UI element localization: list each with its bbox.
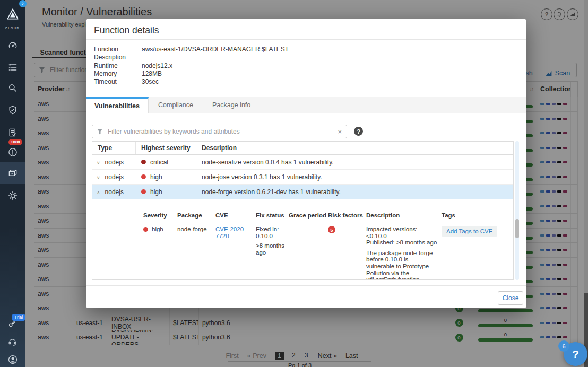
risk-factors-badge[interactable]: 5	[328, 226, 335, 233]
vuln-severity: high	[150, 188, 162, 196]
severity-column-header: Highest severity	[136, 142, 196, 154]
modal-title: Function details	[94, 25, 159, 36]
chevron-down-icon[interactable]: ∨	[97, 175, 100, 180]
exp-col-grace-period: Grace period	[289, 212, 324, 219]
tab-package-info[interactable]: Package info	[203, 97, 260, 113]
cve-expanded-panel: Severity high Package node-forge CVE CVE…	[92, 199, 513, 280]
detail-label: Function	[94, 46, 142, 53]
sidebar-item-monitor[interactable]	[0, 168, 25, 178]
detail-value: 128MB	[142, 71, 162, 77]
vuln-severity: high	[150, 173, 162, 181]
severity-dot	[141, 189, 146, 194]
gear-icon	[11, 194, 14, 198]
vulnerability-row[interactable]: ∨nodejscriticalnode-serialize version 0.…	[92, 155, 513, 170]
vuln-description: node-forge version 0.6.21-dev has 1 vuln…	[196, 188, 513, 196]
vuln-description: node-serialize version 0.0.4 has 1 vulne…	[196, 159, 513, 166]
function-details-list: Functionaws/us-east-1/DVSA-ORDER-MANAGER…	[94, 46, 289, 85]
clear-filter-icon[interactable]: ×	[333, 128, 347, 136]
chevron-up-icon[interactable]: ∧	[97, 190, 100, 195]
sidebar-item-user[interactable]	[0, 354, 25, 365]
trial-badge: Trial	[12, 314, 25, 321]
checklist-icon	[11, 65, 16, 70]
exp-col-cve: CVE	[215, 212, 252, 219]
exp-impacted-versions: Impacted versions: <0.10.0	[366, 226, 437, 239]
vuln-description: node-jose version 0.3.1 has 1 vulnerabil…	[196, 173, 513, 181]
detail-label: Timeout	[94, 78, 142, 85]
vulnerabilities-filter-input[interactable]	[107, 127, 333, 136]
detail-label: Runtime	[94, 63, 142, 69]
detail-value: aws/us-east-1/DVSA-ORDER-MANAGER:$LATEST	[142, 46, 289, 53]
exp-col-severity: Severity	[143, 212, 173, 219]
brand-label: CLOUD	[0, 27, 25, 30]
vulnerabilities-body: ∨nodejscriticalnode-serialize version 0.…	[92, 155, 513, 199]
close-button[interactable]: Close	[498, 291, 523, 305]
detail-value: nodejs12.x	[142, 63, 172, 69]
modal-scrollbar[interactable]	[515, 141, 519, 280]
sidebar-item-dashboard[interactable]	[0, 40, 25, 51]
modal-tabs: Vulnerabilities Compliance Package info	[86, 97, 526, 113]
vulnerabilities-filter[interactable]: ×	[92, 125, 347, 138]
description-column-header: Description	[196, 142, 513, 154]
funnel-icon	[97, 128, 103, 135]
type-column-header: Type	[92, 142, 136, 154]
exp-fix-age: >8 months ago	[256, 242, 287, 256]
sidebar: CLOUD 1888	[0, 0, 25, 367]
severity-dot	[141, 174, 146, 179]
app-window: Monitor / Vulnerabilities Vulnerability …	[0, 0, 588, 367]
exp-description-body: The package node-forge before 0.10.0 is …	[366, 250, 437, 280]
tab-compliance[interactable]: Compliance	[149, 97, 203, 113]
vulnerability-row[interactable]: ∨nodejshighnode-jose version 0.3.1 has 1…	[92, 170, 513, 185]
vuln-type: nodejs	[105, 159, 124, 166]
sidebar-item-search[interactable]	[0, 83, 25, 93]
detail-label: Memory	[94, 71, 142, 77]
sidebar-item-compliance[interactable]	[0, 127, 25, 138]
vuln-severity: critical	[150, 159, 168, 166]
exp-package: node-forge	[177, 226, 211, 233]
exp-published: Published: >8 months ago	[366, 239, 437, 246]
vulnerability-row[interactable]: ∧nodejshighnode-forge version 0.6.21-dev…	[92, 185, 513, 199]
exp-col-fix-status: Fix status	[256, 212, 284, 219]
detail-label: Description	[94, 54, 142, 60]
exp-col-tags: Tags	[442, 212, 509, 219]
vuln-type: nodejs	[105, 173, 124, 181]
sidebar-expand-button[interactable]: ›	[19, 0, 27, 7]
sidebar-item-defend[interactable]	[0, 105, 25, 116]
severity-dot	[143, 227, 148, 232]
sidebar-item-support[interactable]	[0, 337, 25, 347]
detail-value: 30sec	[142, 78, 159, 85]
brand-logo-icon[interactable]	[0, 7, 25, 21]
severity-dot	[141, 160, 146, 164]
chevron-down-icon[interactable]: ∨	[97, 160, 100, 165]
modal-divider	[86, 39, 526, 40]
cve-link[interactable]: CVE-2020-7720	[215, 226, 249, 239]
vuln-type: nodejs	[105, 188, 124, 196]
modal-footer-divider	[86, 285, 526, 286]
tab-vulnerabilities[interactable]: Vulnerabilities	[86, 97, 149, 113]
exp-col-package: Package	[177, 212, 211, 219]
sidebar-item-settings[interactable]	[0, 190, 25, 201]
add-tags-button[interactable]: Add Tags to CVE	[442, 226, 497, 237]
launcher-unread-badge: 6	[558, 340, 569, 352]
search-icon	[9, 85, 14, 90]
filter-help-icon[interactable]: ?	[354, 127, 363, 136]
sidebar-item-policies[interactable]	[0, 62, 25, 73]
exp-severity: high	[152, 226, 163, 233]
sidebar-item-alerts[interactable]	[0, 147, 25, 158]
exp-fix-status: Fixed in: 0.10.0	[256, 226, 287, 239]
vulnerabilities-header-row: Type Highest severity Description	[92, 142, 513, 155]
modal-scrollbar-thumb[interactable]	[515, 219, 519, 238]
alerts-count-badge: 1888	[8, 139, 22, 145]
exp-col-risk-factors: Risk factors	[328, 212, 362, 219]
function-details-modal: Function details Functionaws/us-east-1/D…	[86, 19, 526, 308]
exp-col-description: Description	[366, 212, 437, 219]
vulnerabilities-table: Type Highest severity Description ∨nodej…	[92, 141, 514, 280]
